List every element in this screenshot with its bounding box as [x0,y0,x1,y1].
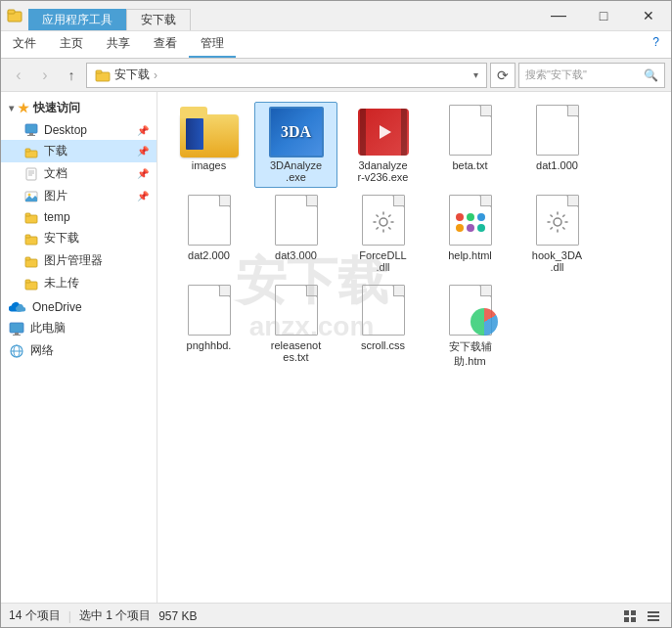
address-path: 安下载 [114,67,150,83]
svg-rect-9 [26,168,36,180]
svg-rect-18 [25,235,30,238]
address-box[interactable]: 安下载 › ▾ [86,63,487,88]
docs-icon [24,167,38,181]
sidebar-item-desktop[interactable]: Desktop 📌 [1,120,157,140]
file-name-releasenotes: releasenotes.txt [271,339,321,363]
svg-rect-5 [29,133,33,135]
title-top-row: 应用程序工具 安下载 — □ ✕ [1,1,671,30]
svg-rect-34 [648,611,659,613]
sidebar: ▾ ★ 快速访问 Desktop 📌 下载 📌 文档 📌 图片 📌 temp [1,92,157,603]
sidebar-item-photo-manager[interactable]: 图片管理器 [1,249,157,272]
icon-3danalyze: 3DA [267,107,326,157]
minimize-btn[interactable]: — [536,1,581,30]
main-layout: ▾ ★ 快速访问 Desktop 📌 下载 📌 文档 📌 图片 📌 temp [1,92,671,603]
window-title [191,1,536,30]
file-item-3danalyze[interactable]: 3DA 3DAnalyze.exe [254,102,337,188]
maximize-btn[interactable]: □ [581,1,626,30]
svg-marker-29 [380,125,391,139]
svg-rect-22 [25,280,30,283]
this-pc-icon [9,321,24,336]
icon-releasenotes [267,287,326,337]
tab-home[interactable]: 主页 [48,31,95,58]
pictures-icon [24,190,38,203]
tab-share[interactable]: 共享 [95,31,142,58]
search-placeholder: 搜索"安下载" [525,67,640,82]
file-item-dat1[interactable]: dat1.000 [515,102,599,188]
refresh-btn[interactable]: ⟳ [490,63,515,88]
file-item-dat3[interactable]: dat3.000 [254,192,337,278]
file-item-scrollcss[interactable]: scroll.css [341,282,425,374]
back-btn[interactable]: ‹ [7,64,30,87]
file-name-3danalyze: 3DAnalyze.exe [270,159,322,183]
file-item-betatxt[interactable]: beta.txt [428,102,512,188]
onedrive-icon [9,301,26,313]
file-name-3danalyzer-v236: 3danalyzer-v236.exe [358,159,409,183]
tab-downloads[interactable]: 安下载 [126,9,191,30]
sidebar-item-docs[interactable]: 文档 📌 [1,162,157,185]
sidebar-item-downloads[interactable]: 下载 📌 [1,140,157,162]
svg-rect-3 [96,70,102,73]
tab-manage[interactable]: 管理 [189,31,236,58]
sidebar-item-not-uploaded[interactable]: 未上传 [1,272,157,294]
file-item-dat2[interactable]: dat2.000 [167,192,250,278]
file-name-scrollcss: scroll.css [361,339,405,351]
folder-icon-images [180,107,239,157]
film-play-icon [372,122,395,142]
sidebar-item-temp[interactable]: temp [1,207,157,227]
address-bar: ‹ › ↑ 安下载 › ▾ ⟳ 搜索"安下载" 🔍 [1,59,671,92]
file-item-anzaixfuzhu[interactable]: 安下载辅助.htm [428,282,512,374]
icon-3danalyzer-v236 [354,107,413,157]
icon-anzaixfuzhu [441,287,500,337]
photo-mgr-icon [24,254,38,268]
svg-rect-1 [8,10,15,14]
not-uploaded-folder-icon [24,277,38,291]
file-name-dat2: dat2.000 [188,249,230,261]
window-icon [5,1,24,30]
file-grid: images 3DA 3DAnalyze.exe 3danalyz [167,102,661,374]
svg-rect-25 [13,335,21,336]
address-dropdown-btn[interactable]: ▾ [473,69,478,80]
svg-rect-24 [15,333,19,335]
sidebar-item-onedrive[interactable]: OneDrive [1,294,157,317]
total-items: 14 个项目 [9,607,61,624]
grid-view-btn[interactable] [620,606,640,626]
gear-icon-hook3da [546,210,569,234]
file-item-forcedll[interactable]: ForceDLL.dll [341,192,425,278]
title-bar: 应用程序工具 安下载 — □ ✕ 文件 主页 共享 [1,1,671,59]
file-item-pnghhbd[interactable]: pnghhbd. [167,282,250,374]
sidebar-item-anzaix[interactable]: 安下载 [1,227,157,249]
status-right-controls [620,606,663,626]
status-bar: 14 个项目 | 选中 1 个项目 957 KB [1,603,671,628]
list-view-btn[interactable] [644,606,663,626]
svg-rect-36 [648,619,659,621]
close-btn[interactable]: ✕ [626,1,671,30]
desktop-icon [24,123,38,137]
sidebar-item-pictures[interactable]: 图片 📌 [1,185,157,207]
icon-dat3 [267,197,326,247]
quick-access-header[interactable]: ▾ ★ 快速访问 [1,96,157,120]
file-item-3danalyzer-v236[interactable]: 3danalyzer-v236.exe [341,102,425,188]
up-btn[interactable]: ↑ [60,64,83,87]
list-view-icon [647,609,660,623]
anzaix-folder-icon [24,232,38,246]
tab-file[interactable]: 文件 [1,31,48,58]
status-separator: | [68,609,71,623]
forward-btn[interactable]: › [33,64,57,87]
tab-app-tools[interactable]: 应用程序工具 [28,9,126,30]
help-btn[interactable]: ? [641,31,671,58]
search-box[interactable]: 搜索"安下载" 🔍 [518,63,665,88]
file-item-hook3da[interactable]: hook_3DA.dll [515,192,599,278]
svg-rect-8 [25,149,30,152]
icon-pnghhbd [180,287,239,337]
path-arrow: › [154,68,157,82]
sidebar-item-network[interactable]: 网络 [1,339,157,362]
sidebar-item-this-pc[interactable]: 此电脑 [1,317,157,339]
menu-tabs-row: 文件 主页 共享 查看 管理 ? [1,30,671,59]
file-item-images[interactable]: images [167,102,250,188]
selected-size: 957 KB [158,609,197,623]
tab-view[interactable]: 查看 [142,31,189,58]
svg-rect-32 [624,617,629,622]
file-item-helphtml[interactable]: help.html [428,192,512,278]
file-item-releasenotes[interactable]: releasenotes.txt [254,282,337,374]
svg-rect-31 [631,610,636,615]
